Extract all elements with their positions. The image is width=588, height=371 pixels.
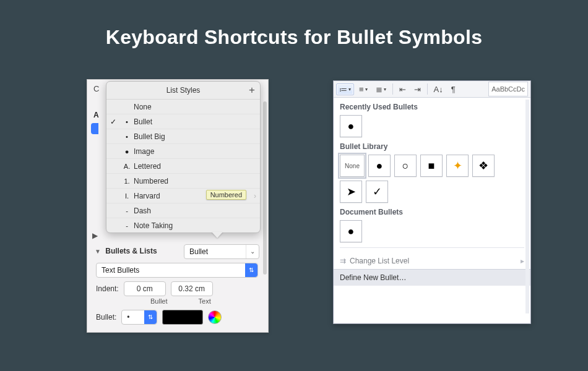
chevron-right-icon: ›	[254, 192, 256, 200]
style-label: Bullet Big	[134, 132, 256, 141]
bulleted-list-button[interactable]: ≔ ▾	[336, 83, 354, 95]
mac-inspector-panel: C A ▶ List Styles + None ✓ • Bullet • Bu…	[87, 79, 269, 333]
document-bullet-tile[interactable]: ●	[340, 220, 362, 242]
document-bullets-title: Document Bullets	[340, 208, 530, 216]
bullet-tile-circle[interactable]: ○	[394, 155, 417, 177]
bullet-tile-disc[interactable]: ●	[368, 155, 391, 177]
scrollbar[interactable]	[263, 101, 267, 275]
style-label: Note Taking	[134, 221, 256, 230]
bullet-char-dropdown[interactable]: • ⇅	[121, 310, 157, 325]
four-star-icon: ✦	[453, 159, 462, 173]
change-list-level-label: Change List Level	[350, 257, 409, 265]
indent-levels-icon: ⇉	[340, 257, 346, 265]
bullet-library-title: Bullet Library	[340, 142, 530, 151]
disclosure-triangle-icon: ▼	[95, 248, 101, 255]
bullet-kind-dropdown[interactable]: Text Bullets ⇅	[96, 263, 258, 278]
selected-tab-sliver	[91, 123, 98, 134]
list-style-item-bullet-big[interactable]: • Bullet Big	[106, 129, 260, 143]
sort-button[interactable]: A↓	[431, 83, 446, 95]
none-label: None	[345, 163, 360, 169]
colour-swatch[interactable]	[162, 310, 203, 325]
square-icon: ■	[428, 160, 435, 173]
bullet-tile-arrowhead[interactable]: ➤	[340, 181, 362, 203]
list-style-item-image[interactable]: ● Image	[106, 143, 260, 158]
indent-row: Indent: 0 cm 0.32 cm	[96, 281, 261, 296]
arrowhead-icon: ➤	[347, 185, 356, 198]
edge-char-a: A	[93, 111, 99, 119]
style-preview-icon: •	[120, 133, 134, 140]
list-style-item-bullet[interactable]: ✓ • Bullet	[106, 114, 260, 129]
bulleted-list-icon: ≔	[339, 85, 347, 94]
define-new-bullet-item[interactable]: Define New Bullet…	[334, 269, 530, 286]
indent-bullet-field[interactable]: 0 cm	[124, 281, 166, 296]
separator	[392, 83, 393, 95]
recently-used-title: Recently Used Bullets	[340, 103, 530, 111]
bullet-field-label: Bullet:	[96, 313, 116, 322]
separator	[427, 83, 428, 95]
checkmark-icon: ✓	[106, 117, 120, 126]
style-label: Numbered	[134, 177, 256, 186]
separator	[340, 247, 524, 248]
bullet-char-row: Bullet: • ⇅	[96, 310, 261, 325]
style-label: Bullet	[134, 117, 256, 126]
recent-bullet-tile[interactable]: ●	[340, 115, 362, 137]
section-title: Bullets & Lists	[105, 247, 157, 255]
bullet-tile-checkmark[interactable]: ✓	[366, 181, 388, 203]
add-style-button[interactable]: +	[249, 84, 255, 96]
bullet-list-style-dropdown[interactable]: Bullet ⌄	[184, 244, 259, 259]
list-style-item-dash[interactable]: - Dash	[106, 203, 260, 218]
style-preview-icon: -	[120, 222, 134, 229]
bullet-tile-four-star[interactable]: ✦	[446, 155, 469, 177]
stepper-arrows-icon: ⇅	[144, 310, 157, 324]
list-style-item-harvard[interactable]: I. Harvard Numbered ›	[106, 188, 260, 203]
bullet-tile-square[interactable]: ■	[420, 155, 443, 177]
edge-char-c: C	[93, 84, 99, 93]
increase-indent-button[interactable]: ⇥	[411, 83, 424, 95]
style-preview-icon: A.	[120, 163, 134, 170]
bullets-lists-section-label[interactable]: ▼ Bullets & Lists	[95, 247, 157, 255]
change-list-level-item[interactable]: ⇉ Change List Level ▸	[334, 253, 530, 269]
numbered-list-button[interactable]: ≡▾	[356, 83, 371, 95]
list-style-item-numbered[interactable]: 1. Numbered	[106, 173, 260, 188]
style-label: Dash	[134, 207, 256, 215]
show-marks-button[interactable]: ¶	[448, 83, 459, 95]
chevron-down-icon: ⌄	[246, 245, 259, 258]
bullet-tile-none[interactable]: None	[340, 155, 365, 177]
bullet-tile-diamonds[interactable]: ❖	[472, 155, 495, 177]
disc-icon: ●	[348, 120, 355, 133]
colour-wheel-icon[interactable]	[208, 310, 222, 324]
style-preview-icon: •	[120, 118, 134, 126]
page-title: Keyboard Shortcuts for Bullet Symbols	[0, 0, 588, 49]
styles-gallery-preview[interactable]: AaBbCcDc	[488, 82, 528, 96]
sublabel-text: Text	[199, 297, 211, 305]
list-style-item-lettered[interactable]: A. Lettered	[106, 158, 260, 173]
chevron-right-icon: ▸	[521, 257, 524, 265]
indent-text-field[interactable]: 0.32 cm	[171, 281, 213, 296]
disclosure-triangle-icon[interactable]: ▶	[92, 231, 98, 240]
multilevel-list-button[interactable]: ≣▾	[373, 83, 389, 95]
list-style-item-none[interactable]: None	[106, 100, 260, 114]
style-preview-icon: ●	[120, 148, 134, 155]
popover-title: List Styles	[166, 86, 201, 95]
chevron-down-icon: ▾	[348, 87, 351, 92]
style-label: None	[134, 103, 256, 111]
style-label: Lettered	[134, 162, 256, 171]
list-styles-popover: List Styles + None ✓ • Bullet • Bullet B…	[106, 81, 261, 233]
scrollbar[interactable]	[525, 100, 529, 313]
ribbon: ≔ ▾ ≡▾ ≣▾ ⇤ ⇥ A↓ ¶ AaBbCcDc	[334, 81, 530, 98]
define-new-bullet-label: Define New Bullet…	[340, 273, 406, 282]
word-bullet-gallery-panel: ≔ ▾ ≡▾ ≣▾ ⇤ ⇥ A↓ ¶ AaBbCcDc Recently Use…	[333, 80, 531, 324]
style-label: Image	[134, 147, 256, 156]
circle-icon: ○	[402, 160, 409, 173]
dropdown-value: Text Bullets	[97, 266, 245, 275]
indent-label: Indent:	[96, 284, 119, 293]
style-preview-icon: -	[120, 207, 134, 215]
style-preview-icon: 1.	[120, 177, 134, 185]
four-diamonds-icon: ❖	[478, 159, 488, 173]
checkmark-icon: ✓	[373, 185, 382, 198]
disc-icon: ●	[348, 225, 355, 238]
decrease-indent-button[interactable]: ⇤	[396, 83, 409, 95]
dropdown-value: •	[122, 313, 144, 322]
list-style-item-note-taking[interactable]: - Note Taking	[106, 218, 260, 232]
popover-header: List Styles +	[106, 82, 260, 100]
